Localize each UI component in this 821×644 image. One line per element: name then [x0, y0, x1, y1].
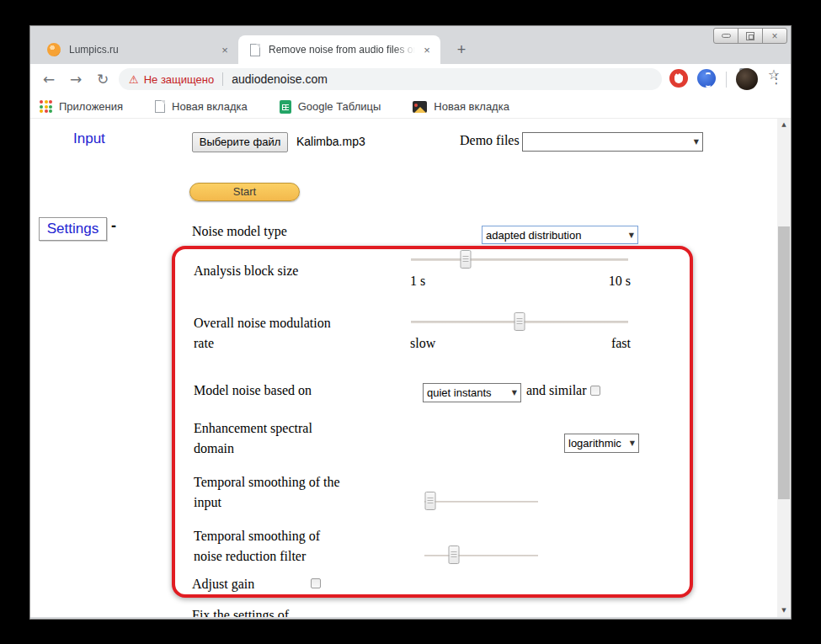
bookmark-label: Google Таблицы: [298, 100, 381, 113]
slider-thumb[interactable]: [514, 312, 525, 331]
new-tab-button[interactable]: +: [451, 41, 472, 60]
page-favicon-icon: [250, 44, 260, 56]
tab-lumpics[interactable]: Lumpics.ru ×: [32, 35, 238, 64]
slider-track[interactable]: [424, 555, 538, 556]
sheets-icon: [280, 100, 291, 114]
chrome-menu-icon[interactable]: ⋮: [768, 68, 785, 90]
back-icon[interactable]: ←: [38, 68, 60, 90]
start-button[interactable]: Start: [189, 183, 300, 201]
bookmark-google-sheets[interactable]: Google Таблицы: [280, 100, 381, 114]
range-max-label: fast: [611, 336, 631, 351]
demo-files-select[interactable]: ▼: [522, 132, 703, 152]
vertical-scrollbar[interactable]: ▲ ▼: [777, 119, 791, 617]
adblock-extension-icon[interactable]: [669, 69, 688, 88]
bookmark-label: Новая вкладка: [434, 100, 509, 113]
modulation-rate-slider[interactable]: [411, 311, 628, 333]
choose-file-button[interactable]: Выберите файл: [192, 132, 288, 152]
scroll-up-icon[interactable]: ▲: [777, 119, 791, 131]
analysis-range-labels: 1 s 10 s: [410, 274, 631, 289]
and-similar-label: and similar: [526, 383, 587, 398]
minimize-button[interactable]: [713, 28, 738, 44]
smoothing-filter-label: Temporal smoothing of noise reduction fi…: [194, 526, 345, 567]
lumpics-favicon-icon: [47, 43, 61, 56]
selected-file-name: Kalimba.mp3: [296, 135, 365, 148]
modulation-rate-label: Overall noise modulation rate: [194, 313, 345, 354]
bookmark-label: Приложения: [59, 100, 123, 113]
noise-model-type-label: Noise model type: [192, 224, 287, 239]
bookmarks-bar: Приложения Новая вкладка Google Таблицы …: [30, 95, 791, 119]
settings-section-label[interactable]: Settings: [39, 217, 107, 241]
smoothing-input-slider[interactable]: [424, 491, 538, 513]
analysis-block-size-slider[interactable]: [411, 249, 628, 271]
dropdown-arrow-icon: ▼: [629, 232, 634, 239]
input-section-label: Input: [73, 130, 105, 147]
globe-extension-icon[interactable]: [697, 69, 716, 88]
noise-model-type-select[interactable]: adapted distribution ▼: [482, 226, 638, 244]
browser-toolbar: ← → ↻ ⚠ Не защищено audiodenoise.com ☆ ⋮: [30, 64, 791, 95]
window-frame-bottom: [30, 617, 791, 619]
select-value: adapted distribution: [486, 229, 581, 242]
select-value: logarithmic: [568, 437, 621, 450]
bookmark-new-tab-1[interactable]: Новая вкладка: [155, 100, 248, 113]
page-content: Input Выберите файл Kalimba.mp3 Demo fil…: [30, 119, 791, 617]
smoothing-filter-slider[interactable]: [424, 545, 538, 567]
and-similar-checkbox[interactable]: [590, 386, 600, 396]
settings-collapse-toggle[interactable]: -: [111, 217, 116, 235]
profile-avatar[interactable]: [736, 68, 758, 90]
slider-track[interactable]: [411, 258, 628, 261]
slider-thumb[interactable]: [449, 546, 460, 564]
model-noise-label: Model noise based on: [194, 381, 345, 401]
address-bar[interactable]: ⚠ Не защищено audiodenoise.com: [119, 68, 662, 90]
slider-thumb[interactable]: [424, 492, 435, 510]
adjust-gain-label: Adjust gain: [192, 577, 254, 592]
annotation-highlight-box: Analysis block size 1 s 10 s Overall noi…: [172, 246, 693, 598]
bookmark-label: Новая вкладка: [172, 100, 248, 113]
bookmark-new-tab-2[interactable]: Новая вкладка: [413, 100, 509, 113]
browser-window: Lumpics.ru × Remove noise from audio fil…: [29, 25, 792, 620]
slider-track[interactable]: [424, 501, 538, 503]
security-label[interactable]: Не защищено: [144, 73, 215, 86]
range-min-label: 1 s: [410, 274, 425, 289]
clipped-next-setting-label: Fix the settings of: [192, 608, 289, 617]
tab-audiodenoise[interactable]: Remove noise from audio files on ×: [238, 35, 440, 64]
tab-close-icon[interactable]: ×: [420, 44, 434, 56]
modulation-range-labels: slow fast: [410, 336, 631, 351]
demo-files-label: Demo files: [460, 133, 520, 148]
adjust-gain-checkbox[interactable]: [311, 578, 321, 588]
reload-icon[interactable]: ↻: [92, 68, 114, 90]
not-secure-warning-icon: ⚠: [129, 73, 139, 86]
dropdown-arrow-icon: ▼: [630, 439, 635, 447]
range-min-label: slow: [410, 336, 435, 351]
image-thumbnail-icon: [413, 101, 427, 113]
model-noise-select[interactable]: quiet instants ▼: [423, 383, 521, 402]
omnibox-divider: [222, 72, 223, 86]
apps-grid-icon: [40, 100, 52, 113]
close-button[interactable]: ×: [762, 28, 787, 44]
spectral-domain-label: Enhancement spectral domain: [194, 418, 345, 459]
dropdown-arrow-icon: ▼: [512, 389, 517, 397]
forward-icon[interactable]: →: [65, 68, 87, 90]
select-value: quiet instants: [427, 386, 492, 399]
maximize-button[interactable]: [738, 28, 763, 44]
tab-strip: Lumpics.ru × Remove noise from audio fil…: [30, 26, 791, 64]
dropdown-arrow-icon: ▼: [694, 138, 699, 146]
slider-thumb[interactable]: [460, 250, 471, 269]
scrollbar-thumb[interactable]: [778, 226, 790, 499]
smoothing-input-label: Temporal smoothing of the input: [194, 472, 345, 513]
tab-title: Lumpics.ru: [69, 44, 213, 56]
bookmark-apps[interactable]: Приложения: [40, 100, 123, 113]
analysis-block-size-label: Analysis block size: [194, 261, 345, 281]
window-controls: ×: [714, 28, 787, 44]
tab-close-icon[interactable]: ×: [218, 44, 232, 56]
url-text[interactable]: audiodenoise.com: [232, 72, 328, 86]
scroll-down-icon[interactable]: ▼: [777, 604, 791, 617]
page-icon: [155, 100, 165, 113]
toolbar-divider: [726, 72, 727, 88]
tab-title: Remove noise from audio files on: [269, 44, 415, 56]
spectral-domain-select[interactable]: logarithmic ▼: [564, 434, 639, 453]
range-max-label: 10 s: [609, 274, 631, 289]
